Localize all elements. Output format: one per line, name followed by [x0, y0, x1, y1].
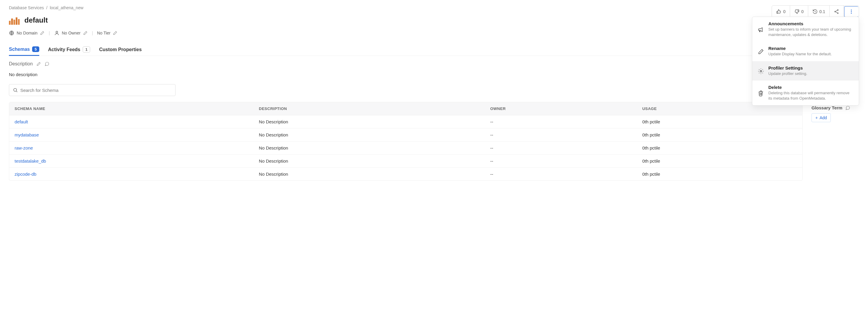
schema-usage: 0th pctile — [637, 116, 802, 128]
table-row: mydatabaseNo Description--0th pctile — [9, 128, 802, 141]
schema-owner: -- — [485, 128, 637, 141]
menu-rename-title: Rename — [768, 46, 832, 51]
schema-usage: 0th pctile — [637, 128, 802, 141]
search-input[interactable] — [20, 88, 172, 93]
schema-link[interactable]: raw-zone — [14, 145, 33, 151]
comment-icon[interactable] — [845, 105, 850, 110]
menu-profiler-settings[interactable]: Profiler Settings Update profiler settin… — [752, 61, 859, 80]
version-button[interactable]: 0.1 — [808, 6, 830, 18]
menu-delete-title: Delete — [768, 85, 854, 90]
edit-icon[interactable] — [113, 31, 118, 35]
tier-label: No Tier — [97, 31, 111, 35]
schema-owner: -- — [485, 116, 637, 128]
owner-label: No Owner — [62, 31, 81, 35]
add-glossary-button[interactable]: + Add — [811, 113, 831, 122]
plus-icon: + — [815, 116, 818, 120]
description-empty: No description — [9, 72, 803, 77]
schema-desc: No Description — [253, 155, 485, 168]
schemas-count-badge: 5 — [32, 46, 39, 52]
svg-rect-9 — [13, 20, 15, 25]
menu-announcements[interactable]: Announcements Set up banners to inform y… — [752, 17, 859, 42]
edit-icon[interactable] — [40, 31, 44, 35]
owner-field: No Owner — [54, 30, 88, 36]
breadcrumb-current: local_athena_new — [50, 5, 83, 10]
activity-count-badge: 1 — [83, 46, 90, 53]
schema-link[interactable]: default — [14, 119, 28, 124]
schema-desc: No Description — [253, 141, 485, 155]
schema-table: SCHEMA NAME DESCRIPTION OWNER USAGE defa… — [9, 102, 802, 180]
tab-schemas[interactable]: Schemas 5 — [9, 43, 39, 56]
menu-announcements-sub: Set up banners to inform your team of up… — [768, 27, 854, 37]
schema-desc: No Description — [253, 128, 485, 141]
page-title: default — [24, 16, 48, 24]
menu-delete[interactable]: Delete Deleting this database will perma… — [752, 80, 859, 105]
th-owner: OWNER — [485, 102, 637, 116]
svg-point-1 — [835, 11, 836, 12]
globe-icon — [9, 30, 14, 36]
schema-owner: -- — [485, 155, 637, 168]
more-menu-button[interactable] — [844, 6, 858, 17]
breadcrumb-root[interactable]: Database Services — [9, 5, 44, 10]
more-menu-dropdown: Announcements Set up banners to inform y… — [752, 16, 859, 105]
breadcrumb: Database Services / local_athena_new — [9, 5, 859, 10]
table-row: defaultNo Description--0th pctile — [9, 116, 802, 128]
tabs: Schemas 5 Activity Feeds 1 Custom Proper… — [9, 43, 859, 56]
svg-point-14 — [14, 88, 17, 91]
schema-link[interactable]: mydatabase — [14, 132, 39, 137]
svg-rect-7 — [9, 21, 11, 25]
schema-link[interactable]: testdatalake_db — [14, 159, 46, 164]
edit-icon[interactable] — [36, 62, 41, 66]
schema-usage: 0th pctile — [637, 155, 802, 168]
glossary-heading: Glossary Term — [811, 105, 859, 110]
comment-icon[interactable] — [44, 62, 50, 66]
edit-icon[interactable] — [83, 31, 88, 35]
schema-owner: -- — [485, 141, 637, 155]
schema-usage: 0th pctile — [637, 141, 802, 155]
tab-activity-feeds[interactable]: Activity Feeds 1 — [48, 43, 90, 56]
svg-rect-10 — [16, 18, 18, 25]
svg-point-4 — [851, 11, 851, 12]
domain-label: No Domain — [17, 31, 37, 35]
th-schema-name: SCHEMA NAME — [9, 102, 253, 116]
version-label: 0.1 — [819, 9, 825, 14]
schema-link[interactable]: zipcode-db — [14, 171, 36, 176]
menu-announcements-title: Announcements — [768, 21, 854, 26]
svg-point-13 — [56, 31, 58, 33]
description-heading: Description — [9, 61, 803, 67]
menu-profiler-title: Profiler Settings — [768, 65, 807, 70]
svg-point-2 — [837, 13, 838, 14]
menu-rename-sub: Update Display Name for the default. — [768, 52, 832, 57]
thumbs-up-button[interactable]: 0 — [772, 6, 790, 18]
menu-delete-sub: Deleting this database will permanently … — [768, 90, 854, 101]
svg-rect-11 — [18, 19, 20, 25]
schema-desc: No Description — [253, 168, 485, 181]
menu-rename[interactable]: Rename Update Display Name for the defau… — [752, 42, 859, 61]
table-row: testdatalake_dbNo Description--0th pctil… — [9, 155, 802, 168]
search-icon — [13, 88, 18, 93]
search-schema-box[interactable] — [9, 84, 176, 96]
svg-point-0 — [837, 9, 838, 10]
svg-point-5 — [851, 13, 851, 13]
schema-owner: -- — [485, 168, 637, 181]
schema-usage: 0th pctile — [637, 168, 802, 181]
database-icon — [9, 15, 20, 25]
domain-field: No Domain — [9, 30, 44, 36]
schema-desc: No Description — [253, 116, 485, 128]
svg-point-3 — [851, 10, 851, 10]
top-actions: 0 0 0.1 — [772, 5, 859, 18]
share-button[interactable] — [830, 6, 844, 18]
th-description: DESCRIPTION — [253, 102, 485, 116]
tier-field: No Tier — [97, 31, 118, 35]
table-row: zipcode-dbNo Description--0th pctile — [9, 168, 802, 181]
table-row: raw-zoneNo Description--0th pctile — [9, 141, 802, 155]
svg-rect-8 — [11, 19, 13, 25]
thumbs-down-button[interactable]: 0 — [790, 6, 808, 18]
thumbs-down-count: 0 — [801, 9, 804, 14]
svg-point-6 — [760, 70, 762, 72]
person-icon — [54, 30, 60, 36]
thumbs-up-count: 0 — [783, 9, 785, 14]
tab-custom-properties[interactable]: Custom Properties — [99, 43, 142, 56]
menu-profiler-sub: Update profiler setting. — [768, 71, 807, 76]
